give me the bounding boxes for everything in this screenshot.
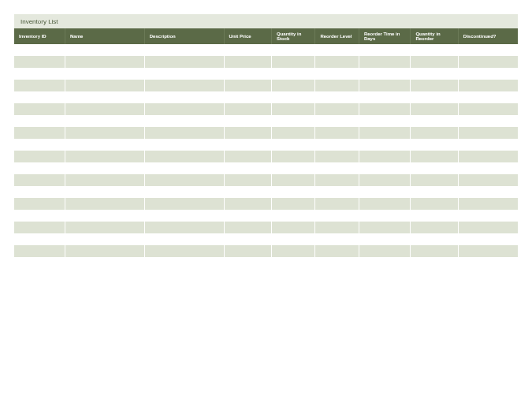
table-cell[interactable] — [315, 174, 359, 186]
table-cell[interactable] — [14, 174, 65, 186]
table-cell[interactable] — [458, 56, 518, 68]
table-cell[interactable] — [14, 80, 65, 91]
table-cell[interactable] — [14, 151, 65, 162]
table-cell[interactable] — [224, 198, 271, 210]
header-reorder-level[interactable]: Reorder Level — [315, 28, 359, 44]
table-cell[interactable] — [359, 233, 411, 245]
table-cell[interactable] — [272, 222, 315, 233]
table-cell[interactable] — [458, 198, 518, 210]
table-cell[interactable] — [411, 210, 458, 222]
table-cell[interactable] — [411, 222, 458, 233]
table-cell[interactable] — [272, 174, 315, 186]
table-cell[interactable] — [359, 115, 411, 127]
table-cell[interactable] — [144, 151, 224, 162]
table-cell[interactable] — [14, 68, 65, 80]
table-cell[interactable] — [65, 174, 145, 186]
table-cell[interactable] — [224, 174, 271, 186]
table-cell[interactable] — [144, 80, 224, 91]
table-cell[interactable] — [458, 80, 518, 91]
table-cell[interactable] — [458, 151, 518, 162]
table-cell[interactable] — [65, 198, 145, 210]
table-cell[interactable] — [272, 162, 315, 174]
table-cell[interactable] — [411, 80, 458, 91]
table-cell[interactable] — [458, 139, 518, 151]
table-cell[interactable] — [14, 103, 65, 115]
table-cell[interactable] — [14, 233, 65, 245]
table-cell[interactable] — [458, 91, 518, 103]
header-discontinued[interactable]: Discontinued? — [458, 28, 518, 44]
table-cell[interactable] — [359, 198, 411, 210]
table-cell[interactable] — [359, 127, 411, 139]
table-cell[interactable] — [315, 222, 359, 233]
table-cell[interactable] — [14, 245, 65, 257]
table-cell[interactable] — [65, 139, 145, 151]
table-cell[interactable] — [411, 56, 458, 68]
table-cell[interactable] — [224, 139, 271, 151]
table-cell[interactable] — [411, 162, 458, 174]
table-cell[interactable] — [315, 233, 359, 245]
table-cell[interactable] — [359, 151, 411, 162]
table-cell[interactable] — [144, 210, 224, 222]
table-cell[interactable] — [144, 115, 224, 127]
table-cell[interactable] — [359, 56, 411, 68]
table-cell[interactable] — [272, 80, 315, 91]
table-cell[interactable] — [458, 103, 518, 115]
table-cell[interactable] — [272, 198, 315, 210]
table-cell[interactable] — [65, 91, 145, 103]
table-cell[interactable] — [272, 56, 315, 68]
table-cell[interactable] — [411, 103, 458, 115]
table-cell[interactable] — [144, 162, 224, 174]
table-cell[interactable] — [14, 91, 65, 103]
table-cell[interactable] — [144, 198, 224, 210]
table-cell[interactable] — [144, 233, 224, 245]
table-cell[interactable] — [411, 198, 458, 210]
table-cell[interactable] — [411, 151, 458, 162]
table-cell[interactable] — [144, 91, 224, 103]
table-cell[interactable] — [224, 151, 271, 162]
table-cell[interactable] — [458, 222, 518, 233]
header-inventory-id[interactable]: Inventory ID — [14, 28, 65, 44]
table-cell[interactable] — [411, 186, 458, 198]
table-cell[interactable] — [359, 80, 411, 91]
table-cell[interactable] — [65, 44, 145, 56]
table-cell[interactable] — [272, 151, 315, 162]
table-cell[interactable] — [359, 162, 411, 174]
table-cell[interactable] — [359, 91, 411, 103]
table-cell[interactable] — [14, 210, 65, 222]
table-cell[interactable] — [272, 91, 315, 103]
table-cell[interactable] — [272, 233, 315, 245]
table-cell[interactable] — [411, 68, 458, 80]
table-cell[interactable] — [315, 139, 359, 151]
table-cell[interactable] — [359, 245, 411, 257]
table-cell[interactable] — [144, 127, 224, 139]
table-cell[interactable] — [411, 139, 458, 151]
table-cell[interactable] — [224, 222, 271, 233]
table-cell[interactable] — [411, 245, 458, 257]
table-cell[interactable] — [458, 127, 518, 139]
table-cell[interactable] — [14, 186, 65, 198]
table-cell[interactable] — [144, 56, 224, 68]
table-cell[interactable] — [65, 210, 145, 222]
table-cell[interactable] — [359, 44, 411, 56]
table-cell[interactable] — [14, 139, 65, 151]
table-cell[interactable] — [359, 139, 411, 151]
table-cell[interactable] — [315, 91, 359, 103]
table-cell[interactable] — [65, 162, 145, 174]
table-cell[interactable] — [224, 80, 271, 91]
table-cell[interactable] — [315, 80, 359, 91]
table-cell[interactable] — [224, 115, 271, 127]
table-cell[interactable] — [272, 186, 315, 198]
table-cell[interactable] — [224, 127, 271, 139]
table-cell[interactable] — [65, 56, 145, 68]
table-cell[interactable] — [315, 210, 359, 222]
table-cell[interactable] — [224, 245, 271, 257]
table-cell[interactable] — [224, 210, 271, 222]
table-cell[interactable] — [458, 162, 518, 174]
table-cell[interactable] — [458, 245, 518, 257]
table-cell[interactable] — [315, 56, 359, 68]
table-cell[interactable] — [411, 115, 458, 127]
table-cell[interactable] — [359, 68, 411, 80]
table-cell[interactable] — [224, 103, 271, 115]
table-cell[interactable] — [144, 103, 224, 115]
header-unit-price[interactable]: Unit Price — [224, 28, 271, 44]
